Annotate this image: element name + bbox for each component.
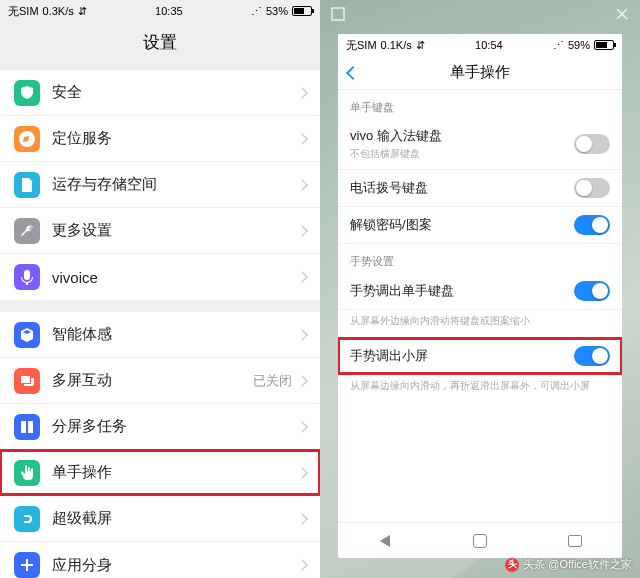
row-more[interactable]: 更多设置 (0, 208, 320, 254)
net-speed: 0.1K/s (381, 39, 412, 51)
row-unlock-kb[interactable]: 解锁密码/图案 (338, 207, 622, 244)
clock: 10:54 (475, 39, 503, 51)
row-dialer-kb[interactable]: 电话拨号键盘 (338, 170, 622, 207)
toutiao-icon: 头 (505, 558, 519, 572)
clock: 10:35 (155, 5, 183, 17)
row-app-clone[interactable]: 应用分身 (0, 542, 320, 578)
nav-back[interactable] (376, 532, 394, 550)
row-vivoice[interactable]: vivoice (0, 254, 320, 300)
row-vivo-ime[interactable]: vivo 输入法键盘不包括横屏键盘 (338, 119, 622, 170)
row-one-hand[interactable]: 单手操作 (0, 450, 320, 496)
toggle[interactable] (574, 281, 610, 301)
chevron-right-icon (296, 513, 307, 524)
overlay-topbar (320, 0, 640, 28)
row-gesture-mini[interactable]: 手势调出小屏 (338, 338, 622, 375)
toggle[interactable] (574, 178, 610, 198)
compass-icon (14, 126, 40, 152)
row-storage[interactable]: 运存与存储空间 (0, 162, 320, 208)
inner-panel: 无SIM 0.1K/s ⇵ 10:54 ⋰ 59% 单手操作 单手键盘vivo … (338, 34, 622, 558)
s-icon (14, 506, 40, 532)
chevron-right-icon (296, 225, 307, 236)
row-location[interactable]: 定位服务 (0, 116, 320, 162)
chevron-right-icon (296, 179, 307, 190)
toggle[interactable] (574, 346, 610, 366)
toggle[interactable] (574, 215, 610, 235)
wifi-icon: ⋰ (251, 5, 262, 18)
row-split[interactable]: 分屏多任务 (0, 404, 320, 450)
section-header: 单手键盘 (338, 90, 622, 119)
row-label: 分屏多任务 (52, 417, 298, 436)
panel-title-bar: 单手操作 (338, 56, 622, 90)
close-icon[interactable] (614, 6, 630, 22)
chevron-right-icon (296, 375, 307, 386)
row-label: vivo 输入法键盘 (350, 127, 574, 145)
mic-icon (14, 264, 40, 290)
split-icon (14, 414, 40, 440)
toggle[interactable] (574, 134, 610, 154)
row-label: 超级截屏 (52, 509, 298, 528)
row-label: 多屏互动 (52, 371, 253, 390)
right-phone: 无SIM 0.1K/s ⇵ 10:54 ⋰ 59% 单手操作 单手键盘vivo … (320, 0, 640, 578)
plus-icon (14, 552, 40, 578)
usb-icon: ⇵ (78, 5, 87, 18)
row-label: 智能体感 (52, 325, 298, 344)
row-security[interactable]: 安全 (0, 70, 320, 116)
row-label: 手势调出小屏 (350, 347, 574, 365)
section-header: 手势设置 (338, 244, 622, 273)
nav-recent[interactable] (566, 532, 584, 550)
chevron-right-icon (296, 559, 307, 570)
row-multi-screen[interactable]: 多屏互动已关闭 (0, 358, 320, 404)
chevron-right-icon (296, 421, 307, 432)
panel-title: 单手操作 (450, 63, 510, 82)
row-gesture-kb[interactable]: 手势调出单手键盘 (338, 273, 622, 310)
row-label: 安全 (52, 83, 298, 102)
chevron-right-icon (296, 87, 307, 98)
usb-icon: ⇵ (416, 39, 425, 52)
row-smart-sense[interactable]: 智能体感 (0, 312, 320, 358)
battery-icon (292, 6, 312, 16)
left-phone: 无SIM 0.3K/s ⇵ 10:35 ⋰ 53% 设置 安全定位服务运存与存储… (0, 0, 320, 578)
hand-icon (14, 460, 40, 486)
battery-pct: 59% (568, 39, 590, 51)
expand-icon[interactable] (330, 6, 346, 22)
section-hint: 从屏幕外边缘向内滑动将键盘或图案缩小 (338, 310, 622, 338)
row-label: 单手操作 (52, 463, 298, 482)
screens-icon (14, 368, 40, 394)
row-subtitle: 不包括横屏键盘 (350, 147, 574, 161)
row-label: 运存与存储空间 (52, 175, 298, 194)
row-value: 已关闭 (253, 372, 292, 390)
wrench-icon (14, 218, 40, 244)
back-button[interactable] (346, 65, 360, 79)
row-label: vivoice (52, 269, 298, 286)
cube-icon (14, 322, 40, 348)
status-bar-left: 无SIM 0.3K/s ⇵ 10:35 ⋰ 53% (0, 0, 320, 22)
row-label: 应用分身 (52, 556, 298, 575)
status-bar-right: 无SIM 0.1K/s ⇵ 10:54 ⋰ 59% (338, 34, 622, 56)
chevron-right-icon (296, 467, 307, 478)
sim-status: 无SIM (8, 4, 39, 19)
watermark: 头 头条 @Office软件之家 (505, 557, 632, 572)
shield-icon (14, 80, 40, 106)
net-speed: 0.3K/s (43, 5, 74, 17)
section-hint: 从屏幕边缘向内滑动，再折返滑出屏幕外，可调出小屏 (338, 375, 622, 403)
page-title: 设置 (0, 22, 320, 62)
sim-icon (14, 172, 40, 198)
wifi-icon: ⋰ (553, 39, 564, 52)
row-screenshot[interactable]: 超级截屏 (0, 496, 320, 542)
battery-icon (594, 40, 614, 50)
row-label: 定位服务 (52, 129, 298, 148)
nav-home[interactable] (471, 532, 489, 550)
row-label: 更多设置 (52, 221, 298, 240)
battery-pct: 53% (266, 5, 288, 17)
chevron-right-icon (296, 329, 307, 340)
chevron-right-icon (296, 271, 307, 282)
row-label: 电话拨号键盘 (350, 179, 574, 197)
watermark-text: 头条 @Office软件之家 (523, 557, 632, 572)
chevron-right-icon (296, 133, 307, 144)
nav-bar (338, 522, 622, 558)
row-label: 手势调出单手键盘 (350, 282, 574, 300)
sim-status: 无SIM (346, 38, 377, 53)
row-label: 解锁密码/图案 (350, 216, 574, 234)
